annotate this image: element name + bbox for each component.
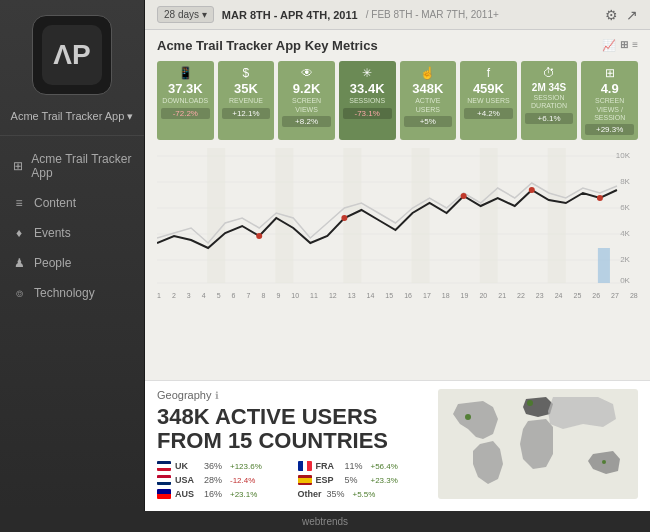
settings-button[interactable]: ⚙ bbox=[605, 7, 618, 23]
screenviews-value: 9.2K bbox=[282, 82, 331, 96]
country-aus: AUS bbox=[175, 489, 200, 499]
date-range-selector[interactable]: 28 days ▾ bbox=[157, 6, 214, 23]
share-button[interactable]: ↗ bbox=[626, 7, 638, 23]
chart-x-labels: 12345 678910 1112131415 1617181920 21222… bbox=[157, 292, 638, 301]
sidebar-nav: ⊞ Acme Trail Tracker App ≡ Content ♦ Eve… bbox=[0, 136, 144, 316]
duration-icon: ⏱ bbox=[525, 66, 574, 80]
activeusers-icon: ☝ bbox=[404, 66, 453, 80]
newusers-value: 459K bbox=[464, 82, 513, 96]
duration-label: SESSION DURATION bbox=[525, 94, 574, 111]
metric-card-screenviews[interactable]: 👁 9.2K SCREEN VIEWS +8.2% bbox=[278, 61, 335, 140]
flag-aus bbox=[157, 489, 171, 499]
metric-card-viewspersession[interactable]: ⊞ 4.9 SCREEN VIEWS / SESSION +29.3% bbox=[581, 61, 638, 140]
sessions-change: -73.1% bbox=[343, 108, 392, 119]
aus-change: +23.1% bbox=[230, 490, 257, 499]
geo-row-fra: FRA 11% +56.4% bbox=[298, 461, 429, 471]
sidebar-app-name[interactable]: Acme Trail Tracker App ▾ bbox=[0, 105, 144, 136]
metric-card-newusers[interactable]: f 459K NEW USERS +4.2% bbox=[460, 61, 517, 140]
geo-country-table: UK 36% +123.6% USA 28% -12.4% AUS bbox=[157, 461, 428, 499]
svg-point-25 bbox=[527, 400, 533, 406]
downloads-label: DOWNLOADS bbox=[161, 97, 210, 105]
flag-fra bbox=[298, 461, 312, 471]
geo-col-left: UK 36% +123.6% USA 28% -12.4% AUS bbox=[157, 461, 288, 499]
section-title-actions: 📈 ⊞ ≡ bbox=[602, 39, 638, 52]
svg-text:6K: 6K bbox=[620, 203, 630, 212]
sidebar-item-technology[interactable]: ⌾ Technology bbox=[0, 278, 144, 308]
sidebar-item-events[interactable]: ♦ Events bbox=[0, 218, 144, 248]
aus-pct: 16% bbox=[204, 489, 226, 499]
metrics-title: Acme Trail Tracker App Key Metrics bbox=[157, 38, 378, 53]
geo-row-aus: AUS 16% +23.1% bbox=[157, 489, 288, 499]
fra-pct: 11% bbox=[345, 461, 367, 471]
geo-row-esp: ESP 5% +23.3% bbox=[298, 475, 429, 485]
esp-pct: 5% bbox=[345, 475, 367, 485]
fra-change: +56.4% bbox=[371, 462, 398, 471]
viewspersession-value: 4.9 bbox=[585, 82, 634, 96]
revenue-icon: $ bbox=[222, 66, 271, 80]
geo-col-right: FRA 11% +56.4% ESP 5% +23.3% Other bbox=[298, 461, 429, 499]
svg-rect-16 bbox=[480, 148, 498, 283]
geo-info-icon: ℹ bbox=[215, 390, 219, 401]
technology-icon: ⌾ bbox=[12, 286, 26, 300]
list-icon: ≡ bbox=[632, 39, 638, 52]
country-other: Other bbox=[298, 489, 323, 499]
top-bar: 28 days ▾ MAR 8TH - APR 4TH, 2011 / FEB … bbox=[145, 0, 650, 30]
sessions-icon: ✳ bbox=[343, 66, 392, 80]
sidebar: ΛΡ Acme Trail Tracker App ▾ ⊞ Acme Trail… bbox=[0, 0, 145, 511]
svg-point-26 bbox=[465, 414, 471, 420]
svg-rect-23 bbox=[598, 248, 610, 283]
country-esp: ESP bbox=[316, 475, 341, 485]
metric-card-revenue[interactable]: $ 35K REVENUE +12.1% bbox=[218, 61, 275, 140]
metric-card-duration[interactable]: ⏱ 2M 34S SESSION DURATION +6.1% bbox=[521, 61, 578, 140]
sessions-value: 33.4K bbox=[343, 82, 392, 96]
sidebar-item-label: Content bbox=[34, 196, 76, 210]
uk-pct: 36% bbox=[204, 461, 226, 471]
trend-icon: 📈 bbox=[602, 39, 616, 52]
newusers-label: NEW USERS bbox=[464, 97, 513, 105]
world-map bbox=[438, 389, 638, 499]
newusers-change: +4.2% bbox=[464, 108, 513, 119]
app-logo-icon: ΛΡ bbox=[53, 39, 90, 71]
duration-value: 2M 34S bbox=[525, 82, 574, 93]
svg-point-18 bbox=[256, 233, 262, 239]
revenue-change: +12.1% bbox=[222, 108, 271, 119]
downloads-change: -72.2% bbox=[161, 108, 210, 119]
svg-rect-15 bbox=[412, 148, 430, 283]
metric-card-sessions[interactable]: ✳ 33.4K SESSIONS -73.1% bbox=[339, 61, 396, 140]
svg-text:2K: 2K bbox=[620, 255, 630, 264]
screenviews-change: +8.2% bbox=[282, 116, 331, 127]
screenviews-icon: 👁 bbox=[282, 66, 331, 80]
esp-change: +23.3% bbox=[371, 476, 398, 485]
content-icon: ≡ bbox=[12, 196, 26, 210]
sidebar-item-app[interactable]: ⊞ Acme Trail Tracker App bbox=[0, 144, 144, 188]
usa-change: -12.4% bbox=[230, 476, 255, 485]
other-pct: 35% bbox=[327, 489, 349, 499]
activeusers-label: ACTIVE USERS bbox=[404, 97, 453, 114]
svg-text:8K: 8K bbox=[620, 177, 630, 186]
metric-card-downloads[interactable]: 📱 37.3K DOWNLOADS -72.2% bbox=[157, 61, 214, 140]
svg-rect-12 bbox=[207, 148, 225, 283]
flag-uk bbox=[157, 461, 171, 471]
sidebar-item-content[interactable]: ≡ Content bbox=[0, 188, 144, 218]
sidebar-item-label: Acme Trail Tracker App bbox=[31, 152, 132, 180]
geo-row-uk: UK 36% +123.6% bbox=[157, 461, 288, 471]
brand-name: webtrends bbox=[302, 516, 348, 527]
flag-usa bbox=[157, 475, 171, 485]
svg-point-19 bbox=[341, 215, 347, 221]
chart-svg: 10K 8K 6K 4K 2K 0K bbox=[157, 148, 638, 288]
geography-section: Geography ℹ 348K ACTIVE USERS FROM 15 CO… bbox=[145, 380, 650, 511]
svg-point-21 bbox=[529, 187, 535, 193]
grid-icon: ⊞ bbox=[620, 39, 628, 52]
geo-title: Geography ℹ bbox=[157, 389, 428, 401]
people-icon: ♟ bbox=[12, 256, 26, 270]
geo-stat-line1: 348K ACTIVE USERS bbox=[157, 405, 428, 429]
sidebar-item-people[interactable]: ♟ People bbox=[0, 248, 144, 278]
downloads-value: 37.3K bbox=[161, 82, 210, 96]
country-usa: USA bbox=[175, 475, 200, 485]
events-icon: ♦ bbox=[12, 226, 26, 240]
metric-card-activeusers[interactable]: ☝ 348K ACTIVE USERS +5% bbox=[400, 61, 457, 140]
svg-point-20 bbox=[461, 193, 467, 199]
metric-cards: 📱 37.3K DOWNLOADS -72.2% $ 35K REVENUE +… bbox=[157, 61, 638, 140]
top-bar-actions: ⚙ ↗ bbox=[605, 7, 638, 23]
main-content: 28 days ▾ MAR 8TH - APR 4TH, 2011 / FEB … bbox=[145, 0, 650, 511]
